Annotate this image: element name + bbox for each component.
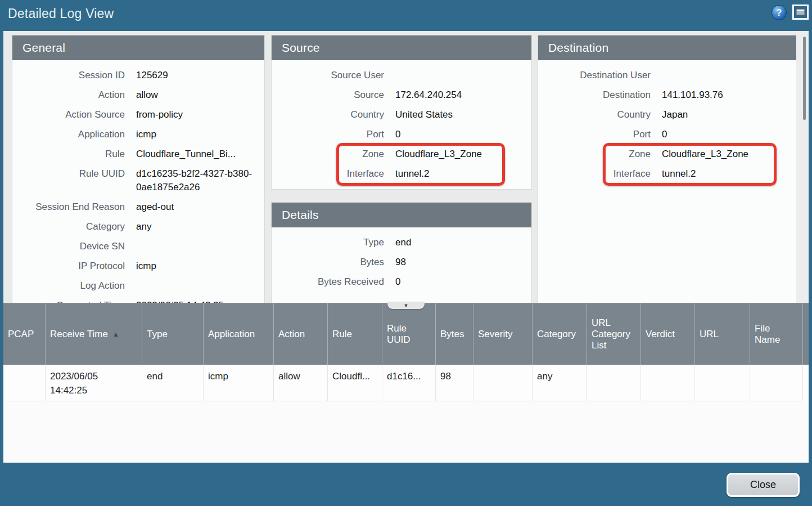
- cell-action: allow: [274, 365, 328, 401]
- col-header-label: Receive Time: [50, 329, 108, 340]
- field-value: 141.101.93.76: [662, 88, 796, 102]
- col-header-label: PCAP: [8, 329, 34, 340]
- field-value: United States: [395, 108, 531, 122]
- log-table-body: 2023/06/05 14:42:25endicmpallowCloudfl..…: [3, 365, 809, 401]
- field-label: Port: [272, 128, 384, 141]
- table-collapse-handle[interactable]: ▼: [387, 302, 425, 309]
- general-row-action: Actionallow: [12, 86, 264, 105]
- destination-row-country: CountryJapan: [538, 105, 796, 125]
- field-value: 0: [395, 128, 531, 141]
- field-label: Rule UUID: [12, 167, 125, 181]
- field-value: 0: [662, 128, 796, 141]
- col-header-label: File Name: [755, 323, 798, 346]
- field-label: Bytes Received: [272, 275, 384, 289]
- window-restore-icon-inner: [796, 9, 805, 15]
- cell-url-category-list: [587, 365, 641, 401]
- source-panel-header: Source: [272, 35, 531, 60]
- destination-panel-header: Destination: [538, 35, 796, 60]
- field-label: Source User: [272, 69, 384, 82]
- col-header-type[interactable]: Type: [142, 303, 204, 365]
- col-header-action[interactable]: Action: [274, 303, 328, 365]
- col-header-bytes[interactable]: Bytes: [436, 303, 473, 365]
- detail-scrollbar-thumb[interactable]: [803, 37, 806, 120]
- field-value: allow: [136, 88, 264, 102]
- window-restore-icon[interactable]: [792, 5, 809, 20]
- general-row-session-end-reason: Session End Reasonaged-out: [12, 198, 264, 217]
- close-button[interactable]: Close: [727, 473, 800, 497]
- col-header-label: Application: [208, 329, 255, 340]
- field-label: IP Protocol: [12, 259, 125, 273]
- field-value: icmp: [136, 128, 264, 141]
- field-value: from-policy: [136, 108, 264, 122]
- col-header-label: Severity: [478, 329, 512, 340]
- field-label: Log Action: [12, 279, 125, 293]
- field-value: 172.64.240.254: [395, 88, 531, 102]
- col-header-rule-uuid[interactable]: Rule UUID: [382, 303, 436, 365]
- sort-asc-icon: ▲: [112, 330, 119, 338]
- col-header-label: Verdict: [646, 329, 675, 340]
- details-panel-body: TypeendBytes98Bytes Received0: [272, 227, 531, 292]
- col-header-file-name[interactable]: File Name: [750, 303, 803, 365]
- source-row-source: Source172.64.240.254: [272, 86, 531, 105]
- help-icon-glyph: ?: [777, 8, 782, 18]
- details-panel: Details TypeendBytes98Bytes Received0: [272, 203, 531, 304]
- field-value: Cloudflare_Tunnel_Bi...: [136, 147, 264, 161]
- general-row-session-id: Session ID125629: [12, 66, 264, 86]
- field-label: Rule: [12, 147, 125, 161]
- page-title: Detailed Log View: [8, 6, 114, 21]
- field-label: Application: [12, 128, 125, 141]
- general-row-ip-protocol: IP Protocolicmp: [12, 257, 264, 276]
- field-label: Destination User: [538, 69, 651, 82]
- field-label: Category: [12, 220, 125, 234]
- col-header-severity[interactable]: Severity: [473, 303, 533, 365]
- col-header-label: URL: [700, 329, 719, 340]
- general-row-rule-uuid: Rule UUIDd1c16235-b2f2-4327-b380-0ae1875…: [12, 164, 264, 198]
- field-value: icmp: [136, 259, 264, 273]
- source-row-source-user: Source User: [272, 66, 531, 86]
- col-header-verdict[interactable]: Verdict: [641, 303, 695, 365]
- col-header-category[interactable]: Category: [533, 303, 587, 365]
- general-panel-body: Session ID125629ActionallowAction Source…: [12, 60, 264, 304]
- col-header-receive-time[interactable]: Receive Time▲: [46, 303, 142, 365]
- field-value: 0: [395, 275, 531, 289]
- source-panel-body: Source UserSource172.64.240.254CountryUn…: [272, 60, 531, 184]
- destination-row-interface: Interfacetunnel.2: [538, 164, 796, 184]
- cell-application: icmp: [204, 365, 274, 401]
- col-header-pcap[interactable]: PCAP: [3, 303, 46, 365]
- field-value: aged-out: [136, 200, 264, 214]
- cell-category: any: [533, 365, 587, 401]
- col-header-label: Category: [537, 329, 576, 340]
- destination-row-zone: ZoneCloudflare_L3_Zone: [538, 145, 796, 164]
- source-row-zone: ZoneCloudflare_L3_Zone: [272, 145, 531, 164]
- log-table-header: PCAPReceive Time▲TypeApplicationActionRu…: [3, 303, 809, 365]
- log-table: PCAPReceive Time▲TypeApplicationActionRu…: [3, 303, 809, 463]
- cell-rule: Cloudfl...: [328, 365, 382, 401]
- general-panel-header: General: [12, 35, 264, 60]
- field-label: Device SN: [12, 240, 125, 253]
- general-row-device-sn: Device SN: [12, 237, 264, 257]
- col-header-rule[interactable]: Rule: [328, 303, 382, 365]
- source-row-country: CountryUnited States: [272, 105, 531, 125]
- col-header-label: Rule: [332, 329, 352, 340]
- field-label: Source: [272, 88, 384, 102]
- title-bar: Detailed Log View ?: [0, 0, 812, 31]
- details-row-bytes-received: Bytes Received0: [272, 272, 531, 292]
- field-value: end: [395, 236, 531, 249]
- col-header-url[interactable]: URL: [695, 303, 750, 365]
- help-icon[interactable]: ?: [772, 5, 787, 20]
- log-table-row[interactable]: 2023/06/05 14:42:25endicmpallowCloudfl..…: [3, 365, 809, 401]
- cell-pcap: [3, 365, 46, 401]
- cell-bytes: 98: [436, 365, 473, 401]
- field-label: Type: [272, 236, 384, 249]
- destination-row-destination-user: Destination User: [538, 66, 796, 86]
- field-label: Zone: [272, 147, 384, 161]
- detailed-log-view-dialog: { "title_bar": { "title": "Detailed Log …: [0, 0, 812, 506]
- field-value: Cloudflare_L3_Zone: [395, 147, 531, 161]
- cell-type: end: [142, 365, 204, 401]
- dialog-content: General Session ID125629ActionallowActio…: [3, 31, 809, 463]
- details-row-bytes: Bytes98: [272, 253, 531, 272]
- general-row-log-action: Log Action: [12, 276, 264, 296]
- source-row-interface: Interfacetunnel.2: [272, 164, 531, 184]
- col-header-url-category-list[interactable]: URL Category List: [587, 303, 641, 365]
- col-header-application[interactable]: Application: [204, 303, 274, 365]
